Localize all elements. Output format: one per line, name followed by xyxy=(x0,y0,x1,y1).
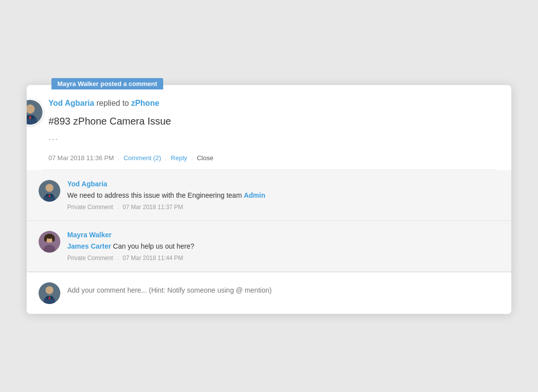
comment-count-link[interactable]: Comment (2) xyxy=(124,154,161,162)
comment-text-2: James Carter Can you help us out here? xyxy=(67,241,499,252)
close-link[interactable]: Close xyxy=(197,154,213,162)
comment-item: Yod Agbaria We need to address this issu… xyxy=(27,170,511,221)
comment-label-1: Private Comment xyxy=(67,204,113,211)
card-content: Yod Agbaria replied to zPhone #893 zPhon… xyxy=(27,85,511,170)
svg-point-6 xyxy=(45,184,53,192)
comment-body-2: Mayra Walker James Carter Can you help u… xyxy=(67,231,499,261)
comment-item-2: Mayra Walker James Carter Can you help u… xyxy=(27,221,511,272)
comment-text-1: We need to address this issue with the E… xyxy=(67,190,499,201)
dot-1: . xyxy=(118,154,120,162)
comment-meta-2: Private Comment . 07 Mar 2018 11:44 PM xyxy=(67,255,499,261)
post-verb: replied to xyxy=(96,99,131,107)
comment-timestamp-1: 07 Mar 2018 11:37 PM xyxy=(123,204,183,211)
compose-avatar xyxy=(39,282,60,304)
post-author[interactable]: Yod Agbaria xyxy=(48,99,94,107)
svg-point-17 xyxy=(45,286,53,294)
content-ellipsis: ... xyxy=(43,132,495,142)
comment-card: Yod Agbaria replied to zPhone #893 zPhon… xyxy=(27,85,511,314)
post-target[interactable]: zPhone xyxy=(131,99,159,107)
comment-meta-1: Private Comment . 07 Mar 2018 11:37 PM xyxy=(67,204,499,211)
notification-wrapper: Mayra Walker posted a comment Yod Agbari… xyxy=(27,78,511,314)
compose-input[interactable] xyxy=(67,282,499,298)
comment-author-2[interactable]: Mayra Walker xyxy=(67,231,499,239)
meta-bar: 07 Mar 2018 11:36 PM . Comment (2) . Rep… xyxy=(43,149,495,170)
comment-avatar-mayra xyxy=(39,231,60,253)
comment-author-1[interactable]: Yod Agbaria xyxy=(67,180,499,188)
comment-mention-1[interactable]: Admin xyxy=(244,191,266,199)
comment-dot-2: . xyxy=(117,255,119,261)
comment-timestamp-2: 07 Mar 2018 11:44 PM xyxy=(123,255,183,261)
post-header: Yod Agbaria replied to zPhone xyxy=(43,99,495,108)
notification-banner: Mayra Walker posted a comment xyxy=(51,78,163,89)
notification-poster: Mayra Walker xyxy=(57,80,98,87)
dot-2: . xyxy=(165,154,167,162)
svg-point-15 xyxy=(52,236,55,242)
comment-text-before-1: We need to address this issue with the E… xyxy=(67,191,244,199)
comment-mention-2[interactable]: James Carter xyxy=(67,242,111,250)
post-timestamp: 07 Mar 2018 11:36 PM xyxy=(48,154,114,162)
ticket-title: #893 zPhone Camera Issue xyxy=(43,116,495,127)
svg-point-14 xyxy=(44,236,47,242)
comment-label-2: Private Comment xyxy=(67,255,113,261)
reply-link[interactable]: Reply xyxy=(171,154,187,162)
dot-3: . xyxy=(191,154,193,162)
comment-text-body-2: Can you help us out here? xyxy=(111,242,194,250)
comments-section: Yod Agbaria We need to address this issu… xyxy=(27,170,511,314)
comment-dot-1: . xyxy=(117,204,119,211)
comment-avatar-yod xyxy=(39,180,60,202)
notification-action: posted a comment xyxy=(98,80,157,87)
comment-body-1: Yod Agbaria We need to address this issu… xyxy=(67,180,499,211)
compose-area xyxy=(27,272,511,314)
